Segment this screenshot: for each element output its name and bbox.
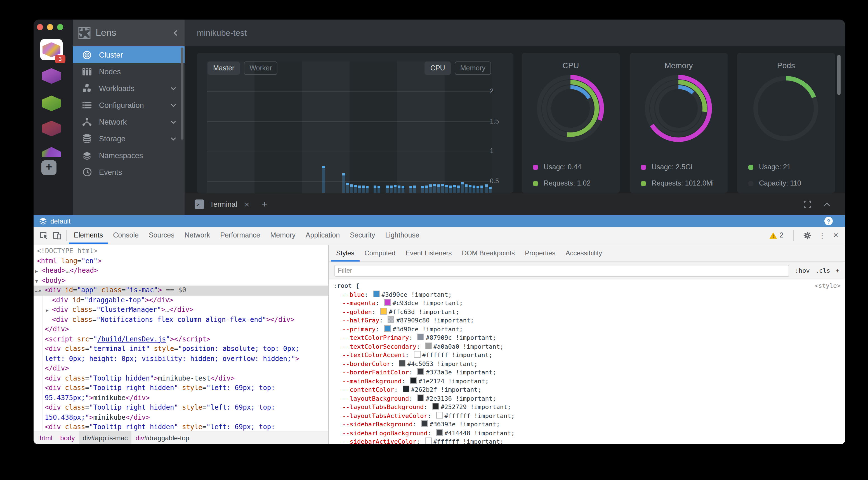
- dom-tree-line[interactable]: 95.4375px;">minikube</div>: [34, 393, 328, 403]
- metric-tab-cpu-button[interactable]: CPU: [425, 62, 451, 75]
- devtools-tab-performance[interactable]: Performance: [215, 227, 265, 244]
- help-button[interactable]: ?: [825, 217, 833, 225]
- devtools-tab-application[interactable]: Application: [301, 227, 345, 244]
- color-swatch[interactable]: [384, 299, 391, 306]
- expand-arrow-open-icon[interactable]: ▼: [35, 276, 38, 286]
- styles-filter-input[interactable]: [335, 265, 789, 276]
- dom-tree-line[interactable]: <div class="terminal-init" style="positi…: [34, 344, 328, 354]
- css-declaration[interactable]: --sidebarActiveColor: #ffffff !important…: [329, 438, 845, 444]
- dom-tree-line[interactable]: <div class="Tooltip right hidden" style=…: [34, 383, 328, 393]
- css-declaration[interactable]: --primary: #3d90ce !important;: [329, 325, 845, 334]
- breadcrumb-item[interactable]: body: [56, 431, 79, 444]
- expand-arrow-open-icon[interactable]: ▼: [39, 286, 41, 296]
- expand-arrow-closed-icon[interactable]: ▶: [46, 306, 49, 315]
- cluster-icon-4[interactable]: [41, 121, 62, 136]
- css-declaration[interactable]: --textColorAccent: #ffffff !important;: [329, 351, 845, 359]
- color-swatch[interactable]: [414, 351, 421, 357]
- color-swatch[interactable]: [417, 334, 424, 340]
- close-window-button[interactable]: [37, 24, 43, 30]
- collapse-dock-icon[interactable]: [823, 202, 831, 206]
- styles-tab-computed[interactable]: Computed: [359, 245, 400, 262]
- more-options-icon[interactable]: ⋮: [818, 231, 826, 239]
- styles-tab-styles[interactable]: Styles: [331, 245, 359, 262]
- color-swatch[interactable]: [380, 308, 387, 314]
- new-terminal-icon[interactable]: +: [262, 199, 267, 210]
- collapse-sidebar-icon[interactable]: [174, 30, 178, 36]
- devtools-tab-network[interactable]: Network: [180, 227, 215, 244]
- cluster-icon-active[interactable]: 3: [40, 39, 63, 60]
- dom-tree-line[interactable]: left: 0px; height: 0px; visibility: hidd…: [34, 354, 328, 364]
- sidebar-item-nodes[interactable]: Nodes: [73, 63, 185, 80]
- sidebar-item-network[interactable]: Network: [73, 113, 185, 130]
- css-declaration[interactable]: --borderColor: #4c5053 !important;: [329, 359, 845, 368]
- color-swatch[interactable]: [432, 403, 439, 410]
- sidebar-scrollbar[interactable]: [181, 47, 183, 140]
- color-swatch[interactable]: [403, 385, 409, 392]
- dom-tree-line[interactable]: 150.438px;">minikube</div>: [34, 413, 328, 422]
- css-declaration[interactable]: --layoutTabsActiveColor: #ffffff !import…: [329, 412, 845, 420]
- color-swatch[interactable]: [410, 377, 417, 384]
- styles-tab-properties[interactable]: Properties: [520, 245, 560, 262]
- color-swatch[interactable]: [425, 438, 432, 444]
- minimize-window-button[interactable]: [47, 24, 53, 30]
- css-declaration[interactable]: --layoutTabsBackground: #252729 !importa…: [329, 403, 845, 412]
- css-declaration[interactable]: --sidebarLogoBackground: #414448 !import…: [329, 429, 845, 438]
- content-scrollbar[interactable]: [837, 55, 841, 95]
- expand-arrow-closed-icon[interactable]: ▶: [35, 267, 38, 276]
- css-declaration[interactable]: --mainBackground: #1e2124 !important;: [329, 377, 845, 385]
- terminal-tab[interactable]: Terminal: [210, 200, 237, 208]
- close-terminal-icon[interactable]: ×: [244, 200, 249, 209]
- css-declaration[interactable]: --magenta: #c93dce !important;: [329, 299, 845, 308]
- devtools-tab-memory[interactable]: Memory: [266, 227, 301, 244]
- cluster-icon-2[interactable]: [41, 68, 62, 84]
- color-swatch[interactable]: [436, 429, 443, 436]
- cluster-icon-5[interactable]: [41, 147, 62, 157]
- css-declaration[interactable]: --halfGray: #87909c80 !important;: [329, 316, 845, 325]
- styles-tab-dom-breakpoints[interactable]: DOM Breakpoints: [457, 245, 520, 262]
- sidebar-item-configuration[interactable]: Configuration: [73, 97, 185, 113]
- toggle-classes-button[interactable]: .cls: [815, 267, 830, 274]
- style-source-tag[interactable]: <style>: [814, 282, 841, 290]
- new-style-rule-button[interactable]: +: [836, 267, 839, 274]
- sidebar-item-namespaces[interactable]: Namespaces: [73, 147, 185, 164]
- devtools-tab-lighthouse[interactable]: Lighthouse: [380, 227, 424, 244]
- namespace-label[interactable]: default: [50, 217, 70, 225]
- dom-tree-line[interactable]: …▼<div id="app" class="is-mac"> == $0: [34, 285, 328, 295]
- styles-tab-accessibility[interactable]: Accessibility: [560, 245, 607, 262]
- dom-tree-line[interactable]: <div class="Tooltip hidden">minikube-tes…: [34, 374, 328, 383]
- color-swatch[interactable]: [436, 412, 443, 418]
- dom-tree-line[interactable]: <div class="Tooltip right hidden" style=…: [34, 403, 328, 413]
- zoom-window-button[interactable]: [57, 24, 63, 30]
- color-swatch[interactable]: [417, 394, 424, 401]
- dom-tree-line[interactable]: </div>: [34, 325, 328, 335]
- settings-gear-icon[interactable]: [803, 231, 811, 239]
- css-declaration[interactable]: --textColorSecondary: #a0a0a0 !important…: [329, 342, 845, 351]
- toggle-hover-state-button[interactable]: :hov: [795, 267, 810, 274]
- sidebar-item-storage[interactable]: Storage: [73, 130, 185, 147]
- inspect-element-icon[interactable]: [37, 229, 50, 242]
- dom-tree-line[interactable]: <!DOCTYPE html>: [34, 246, 328, 256]
- node-tab-worker-button[interactable]: Worker: [244, 62, 277, 75]
- css-declaration[interactable]: --contentColor: #262b2f !important;: [329, 385, 845, 394]
- dom-tree-line[interactable]: <html lang="en">: [34, 256, 328, 266]
- sidebar-item-cluster[interactable]: Cluster: [73, 46, 185, 63]
- device-toolbar-icon[interactable]: [50, 229, 64, 242]
- css-declaration[interactable]: --layoutBackground: #2e3136 !important;: [329, 394, 845, 403]
- devtools-tab-security[interactable]: Security: [345, 227, 380, 244]
- metric-tab-memory-button[interactable]: Memory: [455, 62, 491, 75]
- dom-tree-line[interactable]: </div>: [34, 364, 328, 374]
- cluster-icon-3[interactable]: [41, 96, 62, 111]
- color-swatch[interactable]: [399, 359, 406, 366]
- dom-tree-line[interactable]: <script src="/build/LensDev.js"></script…: [34, 335, 328, 344]
- sidebar-item-events[interactable]: Events: [73, 164, 185, 180]
- add-cluster-button[interactable]: +: [41, 160, 57, 175]
- css-declaration[interactable]: --sidebarBackground: #36393e !important;: [329, 420, 845, 429]
- color-swatch[interactable]: [384, 325, 391, 332]
- css-declaration[interactable]: --borderFaintColor: #373a3e !important;: [329, 368, 845, 377]
- devtools-tab-elements[interactable]: Elements: [69, 227, 108, 244]
- dom-tree-line[interactable]: <div id="draggable-top"></div>: [34, 295, 328, 305]
- sidebar-item-workloads[interactable]: Workloads: [73, 80, 185, 97]
- dom-tree-line[interactable]: ▼<body>: [34, 276, 328, 285]
- breadcrumb-item[interactable]: html: [36, 431, 56, 444]
- color-swatch[interactable]: [425, 342, 432, 349]
